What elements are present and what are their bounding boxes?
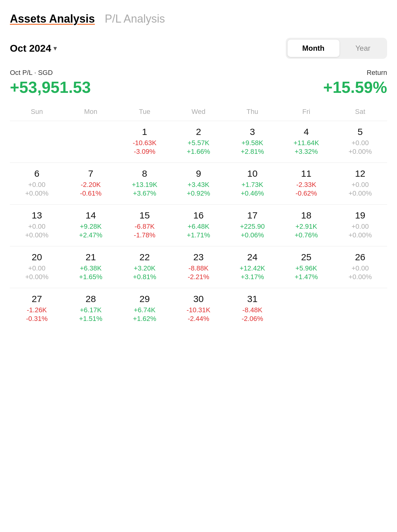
day-percent: +1.66% bbox=[174, 148, 223, 156]
calendar-day-cell[interactable]: 20+0.00+0.00% bbox=[10, 246, 64, 288]
day-percent: +2.81% bbox=[228, 148, 277, 156]
day-number: 18 bbox=[282, 210, 331, 221]
day-amount: +0.00 bbox=[12, 223, 61, 231]
calendar-day-cell[interactable]: 18+2.91K+0.76% bbox=[279, 205, 333, 246]
day-number: 23 bbox=[174, 252, 223, 262]
calendar-day-cell[interactable]: 17+225.90+0.06% bbox=[225, 205, 279, 246]
calendar-day-cell[interactable]: 16+6.48K+1.71% bbox=[172, 205, 225, 246]
day-amount: +0.00 bbox=[336, 223, 385, 231]
calendar-day-cell[interactable]: 31-8.48K-2.06% bbox=[225, 288, 279, 330]
calendar-day-cell[interactable]: 25+5.96K+1.47% bbox=[279, 246, 333, 288]
calendar-day-cell[interactable]: 5+0.00+0.00% bbox=[333, 121, 387, 163]
day-amount: +3.43K bbox=[174, 181, 223, 189]
day-number: 3 bbox=[228, 127, 277, 137]
calendar-day-cell[interactable]: 3+9.58K+2.81% bbox=[225, 121, 279, 163]
day-amount: +5.57K bbox=[174, 139, 223, 147]
calendar-body: 1-10.63K-3.09%2+5.57K+1.66%3+9.58K+2.81%… bbox=[10, 121, 387, 330]
day-amount: +6.17K bbox=[66, 306, 115, 314]
day-percent: +3.32% bbox=[282, 148, 331, 156]
calendar-week-row: 20+0.00+0.00%21+6.38K+1.65%22+3.20K+0.81… bbox=[10, 246, 387, 288]
calendar-week-row: 6+0.00+0.00%7-2.20K-0.61%8+13.19K+3.67%9… bbox=[10, 163, 387, 205]
day-number: 17 bbox=[228, 210, 277, 221]
calendar-day-cell[interactable]: 19+0.00+0.00% bbox=[333, 205, 387, 246]
pl-left: Oct P/L · SGD +53,951.53 bbox=[10, 69, 91, 97]
day-percent: +0.00% bbox=[12, 273, 61, 281]
day-percent: +0.00% bbox=[12, 231, 61, 239]
day-number: 22 bbox=[120, 252, 169, 262]
day-percent: +0.81% bbox=[120, 273, 169, 281]
calendar-day-cell[interactable]: 26+0.00+0.00% bbox=[333, 246, 387, 288]
day-percent: +0.46% bbox=[228, 189, 277, 197]
day-number: 13 bbox=[12, 210, 61, 221]
calendar: SunMonTueWedThuFriSat 1-10.63K-3.09%2+5.… bbox=[10, 104, 387, 330]
day-percent: +0.00% bbox=[336, 231, 385, 239]
day-amount: -1.26K bbox=[12, 306, 61, 314]
calendar-day-cell[interactable]: 1-10.63K-3.09% bbox=[118, 121, 172, 163]
calendar-day-cell[interactable]: 30-10.31K-2.44% bbox=[172, 288, 225, 330]
selected-date: Oct 2024 bbox=[10, 43, 51, 54]
day-number: 24 bbox=[228, 252, 277, 262]
day-amount: +9.58K bbox=[228, 139, 277, 147]
day-percent: +0.00% bbox=[336, 148, 385, 156]
calendar-day-cell[interactable]: 8+13.19K+3.67% bbox=[118, 163, 172, 205]
calendar-day-cell[interactable]: 22+3.20K+0.81% bbox=[118, 246, 172, 288]
calendar-day-cell[interactable]: 11-2.33K-0.62% bbox=[279, 163, 333, 205]
day-number: 14 bbox=[66, 210, 115, 221]
day-number: 7 bbox=[66, 168, 115, 179]
calendar-day-cell[interactable]: 28+6.17K+1.51% bbox=[64, 288, 117, 330]
calendar-day-cell[interactable]: 23-8.88K-2.21% bbox=[172, 246, 225, 288]
calendar-day-cell[interactable]: 29+6.74K+1.62% bbox=[118, 288, 172, 330]
calendar-day-cell[interactable]: 4+11.64K+3.32% bbox=[279, 121, 333, 163]
calendar-day-header: Sun bbox=[10, 104, 64, 121]
day-number: 6 bbox=[12, 168, 61, 179]
day-number: 12 bbox=[336, 168, 385, 179]
calendar-day-cell[interactable]: 7-2.20K-0.61% bbox=[64, 163, 117, 205]
day-amount: +3.20K bbox=[120, 264, 169, 272]
day-number: 21 bbox=[66, 252, 115, 262]
day-amount: +6.74K bbox=[120, 306, 169, 314]
calendar-day-header: Mon bbox=[64, 104, 117, 121]
day-amount: -8.48K bbox=[228, 306, 277, 314]
day-number: 27 bbox=[12, 294, 61, 304]
calendar-day-cell[interactable]: 6+0.00+0.00% bbox=[10, 163, 64, 205]
year-toggle-button[interactable]: Year bbox=[341, 40, 386, 57]
calendar-day-cell[interactable]: 10+1.73K+0.46% bbox=[225, 163, 279, 205]
period-toggle-group: Month Year bbox=[286, 38, 387, 59]
calendar-day-cell[interactable]: 14+9.28K+2.47% bbox=[64, 205, 117, 246]
day-amount: +0.00 bbox=[336, 139, 385, 147]
day-amount: -2.33K bbox=[282, 181, 331, 189]
calendar-week-row: 13+0.00+0.00%14+9.28K+2.47%15-6.87K-1.78… bbox=[10, 205, 387, 246]
assets-analysis-title[interactable]: Assets Analysis bbox=[10, 12, 95, 25]
day-amount: +225.90 bbox=[228, 223, 277, 231]
day-number: 29 bbox=[120, 294, 169, 304]
day-percent: +1.62% bbox=[120, 315, 169, 323]
pl-label: Oct P/L · SGD bbox=[10, 69, 91, 77]
day-amount: +6.48K bbox=[174, 223, 223, 231]
calendar-day-cell[interactable]: 13+0.00+0.00% bbox=[10, 205, 64, 246]
day-number: 26 bbox=[336, 252, 385, 262]
calendar-day-cell[interactable]: 27-1.26K-0.31% bbox=[10, 288, 64, 330]
calendar-day-cell[interactable]: 21+6.38K+1.65% bbox=[64, 246, 117, 288]
calendar-week-row: 1-10.63K-3.09%2+5.57K+1.66%3+9.58K+2.81%… bbox=[10, 121, 387, 163]
calendar-day-header: Sat bbox=[333, 104, 387, 121]
date-selector[interactable]: Oct 2024 ▾ bbox=[10, 43, 57, 54]
calendar-week-row: 27-1.26K-0.31%28+6.17K+1.51%29+6.74K+1.6… bbox=[10, 288, 387, 330]
calendar-day-cell[interactable]: 15-6.87K-1.78% bbox=[118, 205, 172, 246]
day-percent: -0.31% bbox=[12, 315, 61, 323]
calendar-day-cell[interactable]: 2+5.57K+1.66% bbox=[172, 121, 225, 163]
day-amount: -10.31K bbox=[174, 306, 223, 314]
day-percent: +0.92% bbox=[174, 189, 223, 197]
day-amount: -8.88K bbox=[174, 264, 223, 272]
day-number: 30 bbox=[174, 294, 223, 304]
day-number: 19 bbox=[336, 210, 385, 221]
day-amount: +1.73K bbox=[228, 181, 277, 189]
month-toggle-button[interactable]: Month bbox=[288, 40, 339, 57]
pl-analysis-title[interactable]: P/L Analysis bbox=[105, 12, 165, 25]
calendar-day-cell[interactable]: 12+0.00+0.00% bbox=[333, 163, 387, 205]
calendar-day-cell[interactable]: 9+3.43K+0.92% bbox=[172, 163, 225, 205]
calendar-day-cell[interactable]: 24+12.42K+3.17% bbox=[225, 246, 279, 288]
day-amount: -6.87K bbox=[120, 223, 169, 231]
day-number: 4 bbox=[282, 127, 331, 137]
day-percent: +3.67% bbox=[120, 189, 169, 197]
day-amount: -10.63K bbox=[120, 139, 169, 147]
